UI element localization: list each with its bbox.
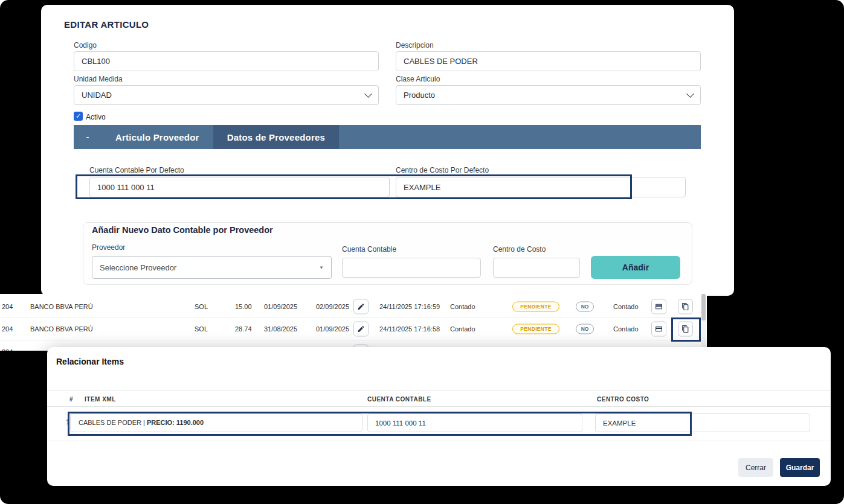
card-button[interactable] — [651, 322, 666, 337]
flag-badge: NO — [576, 324, 594, 334]
copy-button[interactable] — [678, 322, 693, 337]
unidad-medida-label: Unidad Medida — [74, 75, 123, 83]
edit-button[interactable] — [353, 322, 369, 337]
unidad-medida-value: UNIDAD — [82, 91, 112, 100]
descripcion-input[interactable] — [396, 51, 701, 71]
payment-method: Contado — [613, 303, 639, 310]
codigo-input[interactable] — [74, 51, 379, 71]
codigo-label: Codigo — [74, 41, 97, 49]
centro-costo-input[interactable] — [493, 258, 580, 278]
copy-icon — [681, 325, 689, 333]
scrollbar-thumb[interactable] — [701, 294, 706, 321]
add-section-title: Añadir Nuevo Dato Contable por Proveedor — [92, 225, 273, 235]
proveedor-label: Proveedor — [92, 243, 125, 252]
created-timestamp: 24/11/2025 17:16:58 — [379, 325, 440, 333]
centro-costo-default-label: Centro de Costo Por Defecto — [396, 166, 489, 174]
tab-datos-de-proveedores[interactable]: Datos de Proveedores — [213, 125, 339, 149]
table-row[interactable]: 204 BANCO BBVA PERÚ SOL 28.74 31/08/2025… — [0, 318, 701, 340]
col-number: # — [69, 395, 73, 402]
created-timestamp: 24/11/2025 17:16:59 — [379, 303, 440, 310]
table-scrollbar[interactable] — [701, 294, 706, 351]
payment-type: Contado — [450, 303, 475, 310]
status-badge: PENDIENTE — [512, 302, 559, 312]
row-id: 204 — [2, 303, 13, 310]
payment-type: Contado — [450, 325, 475, 333]
card-icon — [655, 325, 663, 333]
edit-article-modal: EDITAR ARTICULO Codigo Descripcion Unida… — [41, 5, 734, 296]
screen: EDITAR ARTICULO Codigo Descripcion Unida… — [0, 0, 844, 504]
bank-name: BANCO BBVA PERÚ — [30, 303, 93, 310]
centro-costo-label: Centro de Costo — [493, 245, 546, 254]
chevron-down-icon — [686, 90, 694, 98]
date-to: 01/09/2025 — [316, 325, 349, 333]
currency: SOL — [195, 303, 208, 310]
currency: SOL — [195, 325, 208, 333]
relate-table-header: # ITEM XML CUENTA CONTABLE CENTRO COSTO — [47, 391, 831, 407]
page-title: EDITAR ARTICULO — [64, 19, 149, 30]
date-from: 31/08/2025 — [264, 325, 297, 333]
proveedor-select[interactable]: Seleccione Proveedor ▼ — [92, 256, 332, 279]
relate-centro-costo-input[interactable] — [595, 413, 810, 432]
proveedor-value: Seleccione Proveedor — [100, 263, 176, 272]
table-row[interactable]: 204 BANCO BBVA PERÚ SOL 15.00 01/09/2025… — [0, 296, 701, 318]
activo-label: Activo — [86, 113, 106, 121]
payment-method: Contado — [613, 325, 639, 333]
unidad-medida-select[interactable]: UNIDAD — [74, 85, 379, 105]
item-xml-price: PRECIO: 1190.000 — [147, 419, 204, 426]
clase-articulo-label: Clase Articulo — [396, 75, 440, 83]
clase-articulo-value: Producto — [404, 91, 435, 100]
background-table: 204 BANCO BBVA PERÚ SOL 15.00 01/09/2025… — [0, 294, 707, 351]
cuenta-contable-default-label: Cuenta Contable Por Defecto — [89, 166, 184, 174]
dropdown-arrow-icon: ▼ — [319, 265, 324, 270]
activo-checkbox[interactable]: ✓ — [74, 112, 83, 121]
relate-items-modal: Relacionar Items # ITEM XML CUENTA CONTA… — [47, 347, 831, 486]
cerrar-button[interactable]: Cerrar — [738, 458, 773, 477]
tab-articulo-proveedor[interactable]: Articulo Proveedor — [101, 125, 213, 149]
tab-bar: - Articulo Proveedor Datos de Proveedore… — [74, 125, 701, 149]
collapse-toggle[interactable]: - — [74, 125, 101, 149]
item-xml-cell: CABLES DE PODER | PRECIO: 1190.000 — [70, 413, 362, 432]
add-provider-account-section: Añadir Nuevo Dato Contable por Proveedor… — [83, 222, 692, 285]
descripcion-label: Descripcion — [396, 41, 434, 49]
copy-button[interactable] — [678, 299, 693, 314]
cuenta-contable-label: Cuenta Contable — [342, 245, 396, 254]
edit-button[interactable] — [353, 299, 369, 314]
centro-costo-default-input[interactable] — [396, 177, 686, 197]
item-xml-text: CABLES DE PODER | — [79, 419, 147, 426]
col-cuenta-contable: CUENTA CONTABLE — [367, 395, 431, 402]
col-item-xml: ITEM XML — [85, 395, 116, 402]
row-divider — [47, 441, 831, 441]
copy-icon — [681, 303, 689, 311]
amount: 28.74 — [235, 325, 252, 333]
date-to: 02/09/2025 — [316, 303, 349, 310]
col-centro-costo: CENTRO COSTO — [597, 395, 649, 402]
card-button[interactable] — [651, 299, 666, 314]
row-number: 1 — [66, 418, 69, 426]
relate-cuenta-contable-input[interactable] — [367, 413, 582, 432]
date-from: 01/09/2025 — [264, 303, 297, 310]
clase-articulo-select[interactable]: Producto — [396, 85, 701, 105]
flag-badge: NO — [576, 302, 594, 312]
pencil-icon — [357, 303, 365, 311]
modal-title: Relacionar Items — [56, 357, 124, 366]
pencil-icon — [357, 325, 365, 333]
bank-name: BANCO BBVA PERÚ — [30, 325, 93, 333]
status-badge: PENDIENTE — [512, 324, 559, 334]
cuenta-contable-default-input[interactable] — [89, 177, 390, 197]
guardar-button[interactable]: Guardar — [780, 458, 820, 477]
chevron-down-icon — [364, 90, 372, 98]
amount: 15.00 — [235, 303, 252, 310]
row-id: 204 — [2, 348, 13, 351]
anadir-button[interactable]: Añadir — [591, 256, 680, 279]
card-icon — [655, 303, 663, 311]
row-id: 204 — [2, 325, 13, 333]
cuenta-contable-input[interactable] — [342, 258, 481, 278]
